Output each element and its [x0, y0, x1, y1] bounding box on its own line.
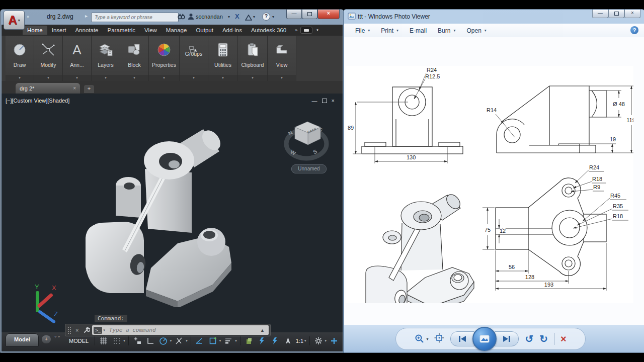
panel-layers[interactable]: Layers ▾	[92, 36, 120, 81]
chevron-down-icon[interactable]: ▾	[304, 339, 306, 343]
ortho-mode-icon[interactable]	[145, 335, 156, 346]
command-prompt-icon[interactable]: >_	[94, 327, 102, 334]
autoscale-icon[interactable]	[270, 335, 281, 346]
command-input-area[interactable]: >_ ▾ ▲	[92, 325, 269, 335]
rotate-ccw-button[interactable]: ↺	[525, 333, 533, 345]
exchange-apps-icon[interactable]: X	[235, 13, 239, 20]
new-layout-button[interactable]: +	[42, 335, 51, 343]
panel-properties[interactable]: Properties ▾	[149, 36, 180, 81]
close-button[interactable]: ×	[317, 10, 340, 19]
command-line[interactable]: × >_ ▾ ▲	[65, 324, 271, 336]
lineweight-icon[interactable]	[223, 335, 234, 346]
snap-mode-icon[interactable]	[111, 335, 122, 346]
panel-expand-icon[interactable]: ▾	[92, 75, 120, 81]
panel-expand-icon[interactable]: ▾	[208, 75, 237, 81]
tab-insert[interactable]: Insert	[47, 26, 71, 35]
panel-expand-icon[interactable]: ▾	[6, 75, 34, 81]
tab-view[interactable]: View	[140, 26, 162, 35]
actual-size-button[interactable]	[434, 333, 444, 345]
viewport-close-icon[interactable]: ×	[332, 98, 335, 104]
tab-manage[interactable]: Manage	[162, 26, 192, 35]
rotate-cw-button[interactable]: ↻	[539, 333, 548, 345]
next-button[interactable]	[495, 331, 519, 346]
chevron-down-icon[interactable]: ▾	[325, 339, 327, 343]
chevron-down-icon[interactable]: ▾	[253, 15, 255, 19]
polar-tracking-icon[interactable]	[158, 335, 169, 346]
annotation-scale-icon[interactable]	[283, 335, 294, 346]
panel-expand-icon[interactable]: ▾	[180, 75, 208, 81]
tab-addins[interactable]: Add-ins	[218, 26, 247, 35]
chevron-down-icon[interactable]: ▾	[103, 328, 105, 332]
viewport-restore-icon[interactable]	[322, 99, 327, 103]
panel-clipboard[interactable]: Clipboard ▾	[238, 36, 268, 81]
restore-button[interactable]	[302, 10, 317, 19]
signed-in-username[interactable]: socnandan	[196, 14, 223, 20]
user-icon[interactable]	[188, 13, 194, 22]
panel-expand-icon[interactable]: ▾	[238, 75, 267, 81]
chevron-down-icon[interactable]: ▾	[123, 339, 125, 343]
tab-annotate[interactable]: Annotate	[70, 26, 103, 35]
viewport-window-controls[interactable]: — ×	[312, 98, 335, 104]
panel-modify[interactable]: Modify ▾	[34, 36, 63, 81]
file-tab-drg2[interactable]: drg 2* ×	[16, 83, 80, 94]
named-view-dropdown[interactable]: Unnamed	[291, 164, 327, 173]
panel-block[interactable]: Block ▾	[120, 36, 149, 81]
menu-open[interactable]: Open▾	[466, 27, 486, 34]
viewcube[interactable]: N E S W BACK	[281, 118, 338, 168]
panel-annotation[interactable]: A Ann... ▾	[63, 36, 92, 81]
pv-help-icon[interactable]: ?	[630, 26, 638, 34]
tab-home[interactable]: Home	[23, 26, 47, 35]
help-icon[interactable]: ?	[262, 13, 270, 21]
menu-burn[interactable]: Burn▾	[438, 27, 455, 34]
search-input[interactable]	[91, 13, 179, 22]
command-close-icon[interactable]: ×	[75, 327, 78, 333]
ribbon-overflow-icon[interactable]: »	[295, 28, 297, 33]
panel-expand-icon[interactable]: ▾	[63, 75, 91, 81]
annotation-angle-icon[interactable]	[194, 335, 205, 346]
menu-print[interactable]: Print▾	[381, 27, 398, 34]
chevron-down-icon[interactable]: ▾	[228, 15, 230, 19]
add-status-icon[interactable]	[329, 335, 340, 346]
tab-close-icon[interactable]: ×	[73, 85, 76, 91]
annotation-visibility-icon[interactable]	[257, 335, 268, 346]
layout-chevrons-icon[interactable]: ⌄⌄	[54, 334, 60, 338]
chevron-down-icon[interactable]: ▾	[186, 339, 188, 343]
pv-restore-button[interactable]	[608, 10, 624, 18]
tab-autodesk360[interactable]: Autodesk 360	[247, 26, 291, 35]
pv-close-button[interactable]: ×	[624, 10, 640, 18]
customization-gear-icon[interactable]	[313, 335, 324, 346]
panel-utilities[interactable]: Utilities ▾	[208, 36, 238, 81]
panel-draw[interactable]: Draw ▾	[6, 36, 34, 81]
tab-output[interactable]: Output	[191, 26, 218, 35]
zoom-button[interactable]: ▾	[415, 334, 428, 344]
grid-display-icon[interactable]	[98, 335, 109, 346]
previous-button[interactable]	[450, 331, 474, 346]
panel-expand-icon[interactable]: ▾	[149, 75, 179, 81]
tab-parametric[interactable]: Parametric	[103, 26, 140, 35]
object-snap-tracking-icon[interactable]	[174, 335, 185, 346]
minimize-button[interactable]: —	[286, 10, 302, 19]
infer-constraints-icon[interactable]	[132, 335, 143, 346]
model-tab[interactable]: Model	[6, 333, 39, 346]
quick-access-expand-icon[interactable]: »	[27, 14, 29, 19]
chevron-down-icon[interactable]: ▾	[272, 15, 274, 19]
screencast-icon[interactable]	[300, 27, 312, 34]
new-tab-button[interactable]: +	[84, 85, 94, 93]
chevron-down-icon[interactable]: ▾	[235, 339, 237, 343]
panel-view[interactable]: View ▾	[268, 36, 296, 81]
menu-file[interactable]: File▾	[355, 27, 370, 34]
command-wrench-icon[interactable]	[83, 327, 90, 334]
delete-button[interactable]: ×	[560, 333, 567, 345]
transparency-icon[interactable]	[244, 335, 255, 346]
pv-minimize-button[interactable]: —	[592, 10, 608, 18]
search-binoculars-icon[interactable]	[178, 13, 185, 22]
search-expand-icon[interactable]: ▸	[85, 13, 88, 19]
command-expand-icon[interactable]: ▲	[260, 328, 265, 333]
autodesk360-icon[interactable]	[245, 14, 252, 23]
panel-expand-icon[interactable]: ▾	[268, 75, 296, 81]
autocad-app-button[interactable]: A ▾	[4, 11, 25, 30]
chevron-down-icon[interactable]: ▾	[219, 339, 221, 343]
command-input[interactable]	[108, 326, 260, 334]
model-space-toggle[interactable]: MODEL	[66, 336, 92, 346]
panel-groups[interactable]: Groups ▾	[180, 36, 208, 81]
